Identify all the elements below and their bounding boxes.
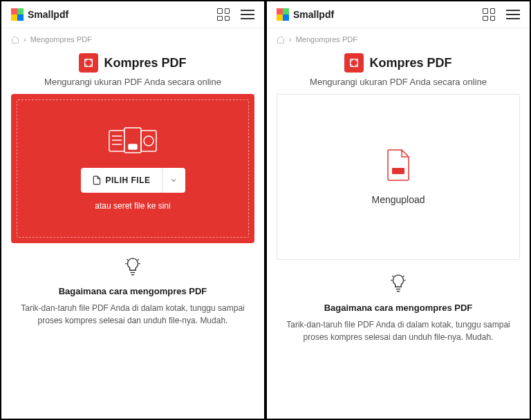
brand-name: Smallpdf xyxy=(28,9,68,20)
apps-grid-icon[interactable] xyxy=(217,8,230,21)
breadcrumb-item[interactable]: Mengompres PDF xyxy=(296,35,357,44)
lightbulb-icon xyxy=(389,274,407,294)
breadcrumb: › Mengompres PDF xyxy=(1,28,264,44)
title-block: Kompres PDF Mengurangi ukuran PDF Anda s… xyxy=(1,44,264,94)
chevron-down-icon xyxy=(169,176,178,184)
howto-section: Bagaimana cara mengompres PDF Tarik-dan-… xyxy=(1,243,264,335)
breadcrumb: › Mengompres PDF xyxy=(267,28,530,44)
svg-line-23 xyxy=(403,276,404,277)
howto-title: Bagaimana cara mengompres PDF xyxy=(21,286,245,296)
logo[interactable]: Smallpdf xyxy=(11,8,68,21)
apps-grid-icon[interactable] xyxy=(483,8,495,21)
page-title: Kompres PDF xyxy=(104,56,186,70)
breadcrumb-sep: › xyxy=(289,35,292,44)
header: Smallpdf xyxy=(267,1,530,28)
hamburger-menu-icon[interactable] xyxy=(506,10,520,19)
page-title: Kompres PDF xyxy=(369,56,451,70)
howto-section: Bagaimana cara mengompres PDF Tarik-dan-… xyxy=(267,260,530,352)
breadcrumb-sep: › xyxy=(24,35,26,44)
header: Smallpdf xyxy=(1,1,264,28)
howto-text: Tarik-dan-taruh file PDF Anda di dalam k… xyxy=(21,302,245,327)
title-block: Kompres PDF Mengurangi ukuran PDF Anda s… xyxy=(267,44,530,94)
svg-text:PDF: PDF xyxy=(394,169,402,173)
howto-text: Tarik-dan-taruh file PDF Anda di dalam k… xyxy=(286,318,510,343)
screenshot-left: Smallpdf › Mengompres PDF Kompres PDF Me… xyxy=(0,0,266,420)
file-pick-icon xyxy=(92,175,102,185)
svg-rect-4 xyxy=(129,144,137,149)
choose-file-dropdown[interactable] xyxy=(162,168,185,193)
hamburger-menu-icon[interactable] xyxy=(241,10,254,19)
svg-rect-0 xyxy=(85,59,93,67)
file-dropzone[interactable]: PILIH FILE atau seret file ke sini xyxy=(11,94,254,243)
compress-pdf-icon xyxy=(79,53,98,73)
svg-line-13 xyxy=(127,259,128,260)
compress-pdf-icon xyxy=(344,53,364,73)
documents-illustration-icon xyxy=(105,126,160,160)
choose-file-label: PILIH FILE xyxy=(106,175,151,185)
svg-rect-1 xyxy=(109,131,124,151)
choose-file-button[interactable]: PILIH FILE xyxy=(81,168,162,193)
svg-rect-15 xyxy=(351,59,358,67)
screenshot-right: Smallpdf › Mengompres PDF Kompres PDF Me… xyxy=(266,0,531,420)
svg-line-14 xyxy=(138,259,139,260)
breadcrumb-item[interactable]: Mengompres PDF xyxy=(30,35,92,44)
choose-file-group: PILIH FILE xyxy=(81,168,185,193)
header-actions xyxy=(217,8,254,21)
dropzone-hint: atau seret file ke sini xyxy=(95,201,170,211)
home-icon[interactable] xyxy=(11,35,19,44)
pdf-document-icon: PDF xyxy=(385,149,411,184)
svg-point-8 xyxy=(144,136,153,146)
home-icon[interactable] xyxy=(277,35,285,44)
upload-status-label: Mengupload xyxy=(371,194,425,205)
page-subtitle: Mengurangi ukuran PDF Anda secara online xyxy=(279,77,517,87)
logo[interactable]: Smallpdf xyxy=(277,8,334,21)
header-actions xyxy=(483,8,520,21)
lightbulb-icon xyxy=(124,257,142,278)
page-subtitle: Mengurangi ukuran PDF Anda secara online xyxy=(14,77,252,87)
logo-icon xyxy=(11,8,24,21)
upload-status-panel: PDF Mengupload xyxy=(277,94,520,260)
brand-name: Smallpdf xyxy=(293,9,334,20)
howto-title: Bagaimana cara mengompres PDF xyxy=(286,303,510,313)
svg-line-22 xyxy=(392,276,393,277)
logo-icon xyxy=(277,8,289,21)
